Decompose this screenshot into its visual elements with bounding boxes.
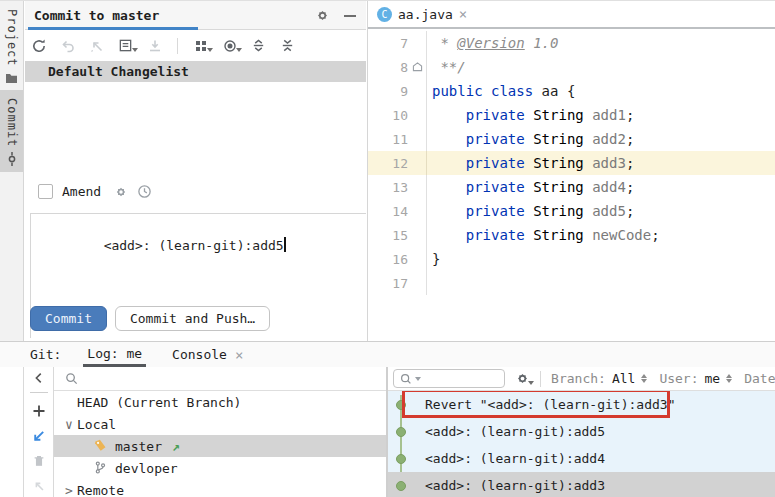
fold-column [408,175,427,199]
editor-tab-aa-java[interactable]: C aa.java × [368,1,476,27]
code-token [525,107,533,123]
checkout-arrow-icon[interactable] [24,424,53,449]
code-line[interactable]: 17 [368,271,775,295]
code-token [584,179,592,195]
tree-item-head-current-branch-[interactable]: HEAD (Current Branch) [54,391,386,413]
branch-filter-arrows-icon[interactable] [641,371,647,386]
chevron-expanded-icon[interactable]: ∨ [61,417,77,432]
fold-column [408,151,427,175]
fold-marker-icon [408,55,427,79]
tree-item-remote[interactable]: >Remote [54,479,386,497]
amend-row: Amend [38,184,152,199]
stripe-tab-project[interactable]: Project [0,1,23,90]
toolbar-separator [177,38,178,54]
code-token: String [533,203,584,219]
code-token: private [466,107,525,123]
folder-icon [5,72,18,84]
stripe-tab-commit[interactable]: Commit [0,90,23,172]
code-editor[interactable]: 7 * @Version 1.08 **/9public class aa {1… [368,31,775,341]
bottom-stripe-margin [0,367,24,497]
changelist-icon[interactable] [117,37,134,54]
gear-icon[interactable] [315,8,330,23]
code-token: class [491,83,533,99]
code-token: public [432,83,483,99]
code-token: 1.0 [525,35,559,51]
code-line[interactable]: 16} [368,247,775,271]
new-branch-plus-icon[interactable] [24,399,53,424]
code-text: private String add1; [427,107,634,123]
code-token: } [432,251,440,267]
undo-icon[interactable] [59,37,76,54]
log-filters: Branch: All User: me Date: All [551,371,775,386]
minimize-icon[interactable] [344,15,356,17]
commit-options-gear-icon[interactable] [114,185,128,199]
log-settings-gear-icon[interactable] [515,370,530,387]
restore-arrow-icon[interactable] [24,473,53,497]
code-line[interactable]: 14 private String add5; [368,199,775,223]
tree-item-label: HEAD (Current Branch) [77,395,241,410]
code-token [584,107,592,123]
group-by-icon[interactable] [192,37,209,54]
chevron-collapsed-icon[interactable]: > [61,483,77,497]
tree-item-devloper[interactable]: devloper [54,457,386,479]
code-line[interactable]: 9public class aa { [368,79,775,103]
code-token [432,131,466,147]
amend-checkbox[interactable] [38,184,53,199]
refresh-icon[interactable] [30,37,47,54]
tag-icon [93,438,109,454]
log-commit-row[interactable]: <add>: (learn-git):add3 [388,472,775,497]
branch-filter-value[interactable]: All [612,371,635,386]
console-close-icon[interactable]: × [235,347,243,363]
line-number: 17 [368,276,408,291]
expand-all-icon[interactable] [250,37,267,54]
log-search-field[interactable] [393,369,505,388]
code-line[interactable]: 7 * @Version 1.0 [368,31,775,55]
code-token: String [533,131,584,147]
user-filter-value[interactable]: me [705,371,721,386]
commit-buttons: Commit Commit and Push… [30,306,270,331]
code-line[interactable]: 8 **/ [368,55,775,79]
user-filter-arrows-icon[interactable] [726,371,732,386]
commit-and-push-button[interactable]: Commit and Push… [115,306,270,331]
code-token [432,179,466,195]
code-line[interactable]: 11 private String add2; [368,127,775,151]
git-tool-window: Git: Log: me Console × [0,341,775,497]
log-commit-row[interactable]: <add>: (learn-git):add4 [388,445,775,472]
changelist-header[interactable]: Default Changelist [25,61,366,82]
tab-console[interactable]: Console × [168,342,247,367]
history-clock-icon[interactable] [137,184,152,199]
branch-search-field[interactable] [54,367,386,391]
code-token [432,227,466,243]
tree-item-master[interactable]: master↗ [54,435,386,457]
branches-tree: HEAD (Current Branch)∨Localmaster↗devlop… [54,391,386,497]
code-line[interactable]: 12 private String add3; [368,151,775,175]
rollback-icon[interactable] [88,37,105,54]
commit-log-list: Revert "<add>: (learn-git):add3"<add>: (… [388,391,775,497]
log-commit-row[interactable]: Revert "<add>: (learn-git):add3" [388,391,775,418]
log-commit-row[interactable]: <add>: (learn-git):add5 [388,418,775,445]
fold-column [408,247,427,271]
code-line[interactable]: 13 private String add4; [368,175,775,199]
preview-eye-icon[interactable] [221,37,238,54]
code-token: add1 [592,107,626,123]
tool-window-stripe: Project Commit [0,1,24,341]
commit-button[interactable]: Commit [30,306,107,331]
delete-trash-icon[interactable] [24,448,53,473]
shelve-icon[interactable] [146,37,163,54]
back-chevron-icon[interactable] [32,367,46,390]
code-line[interactable]: 15 private String newCode; [368,223,775,247]
collapse-all-icon[interactable] [279,37,296,54]
tab-close-icon[interactable]: × [459,7,467,21]
code-text: private String add2; [427,131,634,147]
branch-icon [93,460,109,476]
tab-log-me[interactable]: Log: me [83,342,146,367]
tree-item-local[interactable]: ∨Local [54,413,386,435]
editor-tab-bar: C aa.java × [368,1,775,29]
amend-label: Amend [62,184,101,199]
code-token: @Version [457,35,524,51]
filter-separator [540,371,541,387]
line-number: 10 [368,108,408,123]
git-log-content: HEAD (Current Branch)∨Localmaster↗devlop… [0,367,775,497]
commit-message: <add>: (learn-git):add5 [425,424,605,439]
code-line[interactable]: 10 private String add1; [368,103,775,127]
